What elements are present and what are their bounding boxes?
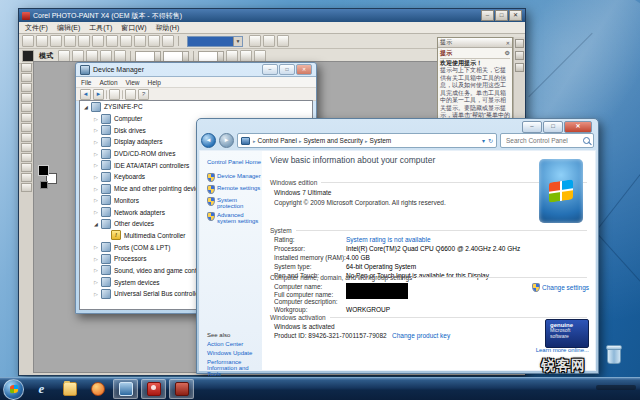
close-icon[interactable]: ✕ bbox=[506, 40, 510, 46]
device-manager-titlebar[interactable]: Device Manager – □ ✕ bbox=[76, 63, 316, 76]
tree-expander-icon[interactable] bbox=[94, 127, 101, 133]
minimize-button[interactable]: – bbox=[262, 64, 278, 75]
toolbar-icon[interactable] bbox=[50, 35, 62, 47]
minimize-button[interactable]: – bbox=[481, 10, 494, 21]
resolution-spinner[interactable] bbox=[198, 51, 224, 62]
zoom-level-combobox[interactable]: ▼ bbox=[187, 36, 243, 47]
tree-expander-icon[interactable] bbox=[94, 139, 101, 145]
menu-item[interactable]: 文件(F) bbox=[25, 23, 48, 33]
toolbar-icon[interactable] bbox=[78, 35, 90, 47]
toolbar-icon[interactable] bbox=[277, 35, 289, 47]
toolbox-tool[interactable] bbox=[21, 63, 32, 72]
device-tree-row[interactable]: ZYSINFE-PC bbox=[80, 101, 312, 113]
taskbar-app-button[interactable] bbox=[85, 379, 110, 399]
hints-docker-titlebar[interactable]: 提示 ✕ bbox=[438, 38, 512, 48]
toolbox-tool[interactable] bbox=[21, 183, 32, 192]
address-bar[interactable]: ▸Control Panel▸System and Security▸Syste… bbox=[237, 133, 497, 148]
toolbox-tool[interactable] bbox=[21, 113, 32, 122]
refresh-icon[interactable]: ↻ bbox=[488, 137, 493, 144]
taskbar-app-button[interactable] bbox=[113, 379, 138, 399]
toolbox-tool[interactable] bbox=[21, 163, 32, 172]
toolbox-tool[interactable] bbox=[21, 143, 32, 152]
toolbar-icon[interactable] bbox=[120, 35, 132, 47]
tree-expander-icon[interactable] bbox=[94, 197, 101, 203]
toolbox-tool[interactable] bbox=[21, 153, 32, 162]
start-button[interactable] bbox=[3, 379, 24, 400]
menu-item[interactable]: Help bbox=[148, 79, 161, 86]
toolbar-icon[interactable] bbox=[109, 89, 120, 100]
tree-expander-icon[interactable] bbox=[94, 256, 101, 262]
toolbar-icon[interactable] bbox=[64, 35, 76, 47]
breadcrumb-segment[interactable]: ▸Control Panel bbox=[251, 137, 297, 144]
tree-expander-icon[interactable] bbox=[84, 104, 91, 110]
toolbar-icon[interactable] bbox=[263, 35, 275, 47]
tree-expander-icon[interactable] bbox=[94, 209, 101, 215]
tree-expander-icon[interactable] bbox=[94, 151, 101, 157]
see-also-link[interactable]: Performance Information and Tools bbox=[207, 359, 259, 377]
toolbox-tool[interactable] bbox=[21, 133, 32, 142]
toolbar-icon[interactable] bbox=[249, 35, 261, 47]
sidebar-task-link[interactable]: Remote settings bbox=[207, 185, 262, 194]
tree-expander-icon[interactable] bbox=[94, 279, 101, 285]
menu-item[interactable]: 工具(T) bbox=[89, 23, 112, 33]
sidebar-task-link[interactable]: Device Manager bbox=[207, 173, 262, 182]
toolbar-icon[interactable] bbox=[92, 35, 104, 47]
tree-expander-icon[interactable] bbox=[94, 174, 101, 180]
toolbar-icon[interactable] bbox=[80, 89, 91, 100]
back-button[interactable]: ◄ bbox=[201, 133, 216, 148]
recycle-bin-icon[interactable] bbox=[607, 347, 621, 364]
toolbox-tool[interactable] bbox=[21, 123, 32, 132]
chevron-down-icon[interactable]: ▾ bbox=[482, 137, 485, 144]
menu-item[interactable]: File bbox=[81, 79, 91, 86]
color-swatch-control[interactable] bbox=[37, 165, 59, 191]
change-product-key-link[interactable]: Change product key bbox=[392, 332, 450, 339]
toolbar-icon[interactable] bbox=[122, 90, 123, 99]
width-spinner[interactable] bbox=[135, 51, 161, 62]
menu-item[interactable]: View bbox=[126, 79, 140, 86]
forward-button[interactable]: ► bbox=[219, 133, 234, 148]
docker-strip-icon[interactable] bbox=[515, 51, 524, 60]
toolbar-icon[interactable] bbox=[93, 89, 104, 100]
menu-item[interactable]: 编辑(E) bbox=[57, 23, 80, 33]
foreground-color-swatch[interactable] bbox=[38, 165, 49, 176]
close-button[interactable]: ✕ bbox=[509, 10, 522, 21]
maximize-button[interactable]: □ bbox=[495, 10, 508, 21]
toolbox-tool[interactable] bbox=[21, 103, 32, 112]
toolbox-tool[interactable] bbox=[21, 173, 32, 182]
docker-strip-icon[interactable] bbox=[515, 39, 524, 48]
tree-expander-icon[interactable] bbox=[94, 267, 101, 273]
reset-colors-swatch[interactable] bbox=[40, 181, 48, 189]
taskbar-app-button[interactable] bbox=[169, 379, 194, 399]
corel-titlebar[interactable]: Corel PHOTO-PAINT X4 (OEM 版本 - 不得转售) – □… bbox=[19, 9, 525, 22]
gear-icon[interactable]: ⚙ bbox=[505, 50, 510, 58]
taskbar-app-button[interactable] bbox=[57, 379, 82, 399]
sidebar-task-link[interactable]: System protection bbox=[207, 197, 262, 209]
breadcrumb-segment[interactable]: ▸System bbox=[363, 137, 391, 144]
toolbar-icon[interactable] bbox=[125, 89, 136, 100]
toolbar-icon[interactable] bbox=[162, 35, 174, 47]
toolbar-icon[interactable] bbox=[22, 35, 34, 47]
height-spinner[interactable] bbox=[163, 51, 189, 62]
tree-expander-icon[interactable] bbox=[94, 291, 101, 297]
search-input[interactable] bbox=[504, 136, 578, 145]
taskbar-app-button[interactable] bbox=[141, 379, 166, 399]
toolbar-icon[interactable] bbox=[148, 35, 160, 47]
menu-item[interactable]: 帮助(H) bbox=[156, 23, 180, 33]
tree-expander-icon[interactable] bbox=[94, 116, 101, 122]
docker-strip-icon[interactable] bbox=[515, 63, 524, 72]
toolbox-tool[interactable] bbox=[21, 73, 32, 82]
sidebar-task-link[interactable]: Advanced system settings bbox=[207, 212, 262, 224]
sidebar-home-link[interactable]: Control Panel Home bbox=[207, 159, 261, 165]
change-settings-link[interactable]: Change settings bbox=[532, 283, 589, 292]
toolbox-tool[interactable] bbox=[21, 93, 32, 102]
toolbox-tool[interactable] bbox=[21, 83, 32, 92]
taskbar-app-button[interactable] bbox=[29, 379, 54, 399]
search-box[interactable] bbox=[500, 133, 594, 148]
close-button[interactable]: ✕ bbox=[296, 64, 312, 75]
learn-more-link[interactable]: Learn more online... bbox=[536, 347, 589, 353]
see-also-link[interactable]: Action Center bbox=[207, 341, 259, 347]
toolbar-icon[interactable] bbox=[36, 35, 48, 47]
toolbar-icon[interactable] bbox=[138, 89, 149, 100]
tree-expander-icon[interactable] bbox=[94, 162, 101, 168]
maximize-button[interactable]: □ bbox=[279, 64, 295, 75]
